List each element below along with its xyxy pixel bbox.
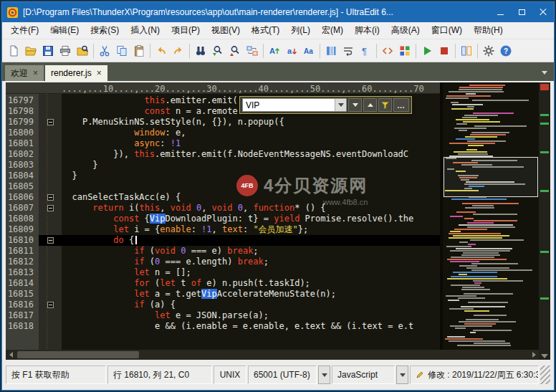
find-combo[interactable] <box>242 98 347 112</box>
menu-advanced[interactable]: 高级(A) <box>385 22 426 39</box>
stop-script-button[interactable] <box>436 42 453 60</box>
html-tags-button[interactable] <box>379 42 396 60</box>
menu-project[interactable]: 项目(P) <box>166 22 206 39</box>
help-button[interactable]: ? <box>497 42 514 60</box>
scroll-down-button[interactable] <box>541 354 548 358</box>
replace-button[interactable] <box>244 42 261 60</box>
find-history-dropdown-button[interactable] <box>335 99 346 111</box>
find-button[interactable] <box>192 42 209 60</box>
arrow-right-icon <box>532 352 536 358</box>
save-button[interactable] <box>39 42 57 60</box>
menu-macro[interactable]: 宏(M) <box>316 22 349 39</box>
menu-insert[interactable]: 插入(N) <box>125 22 166 39</box>
code-line[interactable]: 16814 for (let t of e) n.push(t.taskId); <box>6 278 440 289</box>
menu-search[interactable]: 搜索(S) <box>85 22 125 39</box>
change-marker-strip[interactable] <box>539 82 550 360</box>
menu-file[interactable]: 文件(F) <box>5 22 44 39</box>
minimap-line <box>448 300 459 301</box>
find-prev-button[interactable] <box>363 98 377 112</box>
code-line[interactable]: 16799 P.MenuSkinNS.setStyle(n, {}), n.po… <box>6 117 440 128</box>
fold-collapse-box[interactable] <box>47 119 54 125</box>
code-line[interactable]: 16811 if (void 0 === e) break; <box>6 246 440 257</box>
syntax-dropdown-button[interactable] <box>396 365 408 384</box>
tab-close-icon[interactable]: × <box>97 70 102 77</box>
menu-view[interactable]: 视图(V) <box>206 22 246 39</box>
resize-grip[interactable] <box>540 365 550 384</box>
menu-script[interactable]: 脚本(i) <box>349 22 385 39</box>
code-line[interactable]: 16818 e && (i.enable = e.enable, e.text … <box>6 321 440 332</box>
horizontal-scrollbar-thumb[interactable] <box>17 351 139 358</box>
maximize-button[interactable] <box>511 2 532 22</box>
scroll-right-button[interactable] <box>529 350 539 360</box>
show-paragraphs-button[interactable]: ¶ <box>357 42 374 60</box>
menu-format[interactable]: 格式(T) <box>246 22 285 39</box>
code-line[interactable]: 16800 window: e, <box>6 128 440 138</box>
fold-collapse-box[interactable] <box>47 302 54 308</box>
code-line[interactable]: 16804 } <box>6 171 440 181</box>
code-line[interactable]: 16808 const {VipDownloadPlugin: t} = yie… <box>6 214 440 224</box>
tab-list-dropdown-button[interactable] <box>540 68 550 77</box>
minimize-button[interactable] <box>489 2 511 22</box>
find-next-icon <box>211 44 224 57</box>
find-next-button[interactable] <box>209 42 226 60</box>
copy-button[interactable] <box>113 42 130 60</box>
cut-button[interactable] <box>96 42 113 60</box>
tab-close-icon[interactable]: × <box>33 70 38 77</box>
menu-window[interactable]: 窗口(W) <box>426 22 468 39</box>
fold-collapse-box[interactable] <box>47 237 54 244</box>
column-mode-button[interactable] <box>322 42 340 60</box>
settings-button[interactable] <box>480 42 497 60</box>
tab--[interactable]: 欢迎× <box>5 65 44 81</box>
print-button[interactable] <box>57 42 74 60</box>
code-line[interactable]: 16806 canSelectTaskAcc(e) { <box>6 192 440 203</box>
menu-edit[interactable]: 编辑(E) <box>44 22 85 39</box>
settings-icon <box>482 44 495 57</box>
minimap[interactable] <box>443 82 539 350</box>
lowercase-button[interactable]: a <box>283 42 300 60</box>
open-file-button[interactable] <box>22 42 39 60</box>
minimap-line <box>456 211 476 213</box>
find-input[interactable] <box>243 99 335 111</box>
fold-collapse-box[interactable] <box>47 194 54 201</box>
code-line[interactable]: 16807 return i(this, void 0, void 0, fun… <box>6 203 440 214</box>
undo-button[interactable] <box>153 42 170 60</box>
minimap-viewport[interactable] <box>444 157 538 197</box>
new-file-button[interactable] <box>5 42 22 60</box>
funnel-icon <box>380 100 390 110</box>
redo-button[interactable] <box>170 42 187 60</box>
fold-collapse-box[interactable] <box>47 205 54 211</box>
compare-button[interactable] <box>458 42 475 60</box>
code-line[interactable]: 16813 let n = []; <box>6 267 440 278</box>
scroll-left-button[interactable] <box>6 350 16 360</box>
code-viewport[interactable]: 16797 this.emitter.emit(16798 const n = … <box>6 94 440 350</box>
tab-renderer-js[interactable]: renderer.js× <box>45 65 107 81</box>
code-line[interactable]: 16812 if (0 === e.length) break; <box>6 257 440 267</box>
menu-column[interactable]: 列(L) <box>285 22 316 39</box>
capitalize-button[interactable]: Aa <box>300 42 317 60</box>
code-line[interactable]: 16805 <box>6 181 440 192</box>
encoding-dropdown-button[interactable] <box>318 365 330 384</box>
code-line[interactable]: 16802 }), this.emitter.emit(f.NodeEventM… <box>6 149 440 160</box>
find-in-files-button[interactable] <box>74 42 91 60</box>
find-prev-button[interactable] <box>226 42 244 60</box>
menu-help[interactable]: 帮助(H) <box>468 22 509 39</box>
paste-button[interactable] <box>130 42 148 60</box>
uppercase-button[interactable]: A <box>266 42 283 60</box>
horizontal-scrollbar[interactable] <box>6 350 539 360</box>
code-line[interactable]: 16810 do { <box>6 235 440 246</box>
code-line[interactable]: 16815 let a = t.getVipAccelerateMenuStat… <box>6 289 440 300</box>
title-bar[interactable]: [D:\Program Files\ThunderX\Program\resou… <box>2 2 554 22</box>
find-more-button[interactable]: … <box>393 98 409 112</box>
close-button[interactable] <box>532 2 554 22</box>
find-next-button[interactable] <box>348 98 362 112</box>
color-picker-button[interactable] <box>396 42 413 60</box>
code-line[interactable]: 16817 let e = JSON.parse(a); <box>6 310 440 321</box>
code-line[interactable]: 16816 if (a) { <box>6 300 440 310</box>
find-filter-button[interactable] <box>378 98 392 112</box>
code-line[interactable]: 16809 let i = {enable: !1, text: "会员加速"}… <box>6 224 440 235</box>
code-line[interactable]: 16801 async: !1 <box>6 138 440 149</box>
run-script-button[interactable] <box>418 42 436 60</box>
code-line[interactable]: 16803 } <box>6 160 440 171</box>
minimap-line <box>474 220 517 221</box>
word-wrap-button[interactable] <box>340 42 357 60</box>
